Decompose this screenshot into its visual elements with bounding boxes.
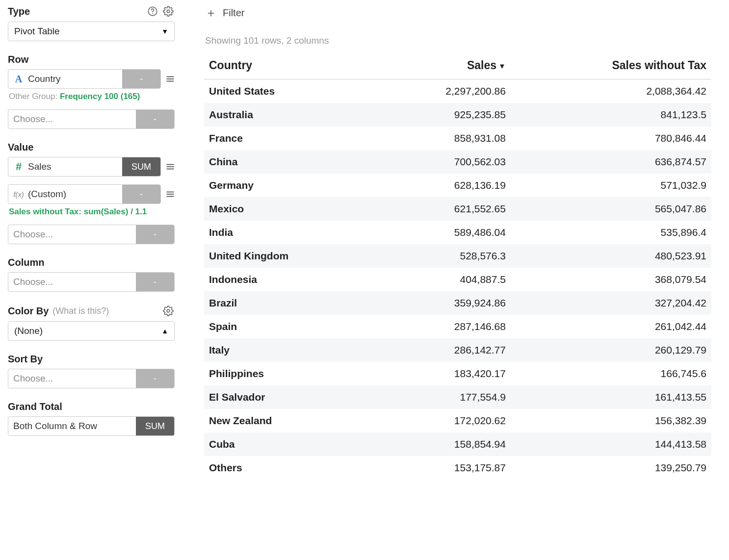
column-label: Column	[8, 257, 175, 268]
table-row[interactable]: United Kingdom528,576.3480,523.91	[204, 244, 711, 268]
grandtotal-value: Both Column & Row	[13, 421, 97, 432]
type-select[interactable]: Pivot Table ▼	[8, 22, 175, 41]
grandtotal-agg[interactable]: SUM	[136, 417, 174, 435]
table-row[interactable]: China700,562.03636,874.57	[204, 150, 711, 174]
table-row[interactable]: Indonesia404,887.5368,079.54	[204, 268, 711, 291]
cell-sales: 287,146.68	[376, 315, 511, 338]
cell-country: Italy	[204, 338, 376, 362]
column-choose-agg[interactable]: -	[136, 273, 174, 291]
column-header-sales_no_tax[interactable]: Sales without Tax	[511, 53, 711, 79]
cell-country: Brazil	[204, 291, 376, 315]
value-field-sales: # Sales SUM	[8, 157, 175, 177]
table-header-row: CountrySales▼Sales without Tax	[204, 53, 711, 79]
function-type-icon: f(x)	[13, 190, 24, 199]
drag-handle-icon[interactable]	[161, 75, 175, 83]
cell-sales: 589,486.04	[376, 221, 511, 244]
cell-sales_no_tax: 535,896.4	[511, 221, 711, 244]
table-row[interactable]: Others153,175.87139,250.79	[204, 456, 711, 480]
gear-icon[interactable]	[162, 5, 175, 18]
cell-country: China	[204, 150, 376, 174]
table-row[interactable]: Italy286,142.77260,129.79	[204, 338, 711, 362]
column-header-country[interactable]: Country	[204, 53, 376, 79]
help-icon[interactable]	[146, 5, 159, 18]
table-row[interactable]: New Zealand172,020.62156,382.39	[204, 409, 711, 433]
column-choose-box[interactable]: Choose... -	[8, 272, 175, 292]
value-label: Value	[8, 142, 175, 153]
row-group-link[interactable]: Frequency 100 (165)	[60, 92, 140, 101]
sortby-choose-box[interactable]: Choose... -	[8, 369, 175, 388]
sortby-choose: Choose... -	[8, 369, 175, 388]
row-field-box[interactable]: A Country -	[8, 69, 161, 89]
table-row[interactable]: Mexico621,552.65565,047.86	[204, 197, 711, 221]
cell-country: United States	[204, 79, 376, 103]
cell-sales: 183,420.17	[376, 362, 511, 385]
cell-sales: 359,924.86	[376, 291, 511, 315]
table-row[interactable]: El Salvador177,554.9161,413.55	[204, 385, 711, 409]
cell-country: India	[204, 221, 376, 244]
svg-point-2	[167, 10, 170, 13]
cell-sales: 153,175.87	[376, 456, 511, 480]
column-header-sales[interactable]: Sales▼	[376, 53, 511, 79]
cell-sales_no_tax: 261,042.44	[511, 315, 711, 338]
plus-icon: ＋	[205, 7, 217, 19]
config-sidebar: Type Pivot Table ▼ Row A Country -	[8, 5, 175, 480]
filter-label: Filter	[223, 7, 244, 19]
grandtotal-label: Grand Total	[8, 401, 175, 412]
cell-sales_no_tax: 156,382.39	[511, 409, 711, 433]
value-custom-box[interactable]: f(x) (Custom) -	[8, 184, 161, 204]
cell-country: United Kingdom	[204, 244, 376, 268]
table-row[interactable]: Germany628,136.19571,032.9	[204, 174, 711, 197]
cell-country: Australia	[204, 103, 376, 127]
cell-sales_no_tax: 368,079.54	[511, 268, 711, 291]
row-choose-agg[interactable]: -	[136, 110, 174, 128]
cell-sales_no_tax: 139,250.79	[511, 456, 711, 480]
table-row[interactable]: Philippines183,420.17166,745.6	[204, 362, 711, 385]
cell-sales_no_tax: 2,088,364.42	[511, 79, 711, 103]
cell-sales_no_tax: 636,874.57	[511, 150, 711, 174]
value-choose-agg[interactable]: -	[136, 225, 174, 244]
row-choose-box[interactable]: Choose... -	[8, 109, 175, 129]
cell-country: Spain	[204, 315, 376, 338]
cell-country: Germany	[204, 174, 376, 197]
cell-country: Others	[204, 456, 376, 480]
colorby-hint[interactable]: (What is this?)	[52, 306, 109, 316]
value-custom-agg[interactable]: -	[122, 185, 160, 204]
sortby-choose-agg[interactable]: -	[136, 369, 174, 388]
value-field-box[interactable]: # Sales SUM	[8, 157, 161, 177]
type-label: Type	[8, 6, 30, 17]
status-text: Showing 101 rows, 2 columns	[204, 35, 711, 46]
row-label: Row	[8, 54, 175, 65]
row-field-agg[interactable]: -	[122, 70, 160, 88]
gear-icon[interactable]	[162, 305, 175, 317]
colorby-value: (None)	[14, 326, 43, 336]
cell-sales: 925,235.85	[376, 103, 511, 127]
cell-sales: 286,142.77	[376, 338, 511, 362]
value-formula[interactable]: Sales without Tax: sum(Sales) / 1.1	[9, 207, 175, 217]
table-row[interactable]: Cuba158,854.94144,413.58	[204, 433, 711, 456]
cell-sales_no_tax: 260,129.79	[511, 338, 711, 362]
drag-handle-icon[interactable]	[161, 162, 175, 171]
cell-sales_no_tax: 841,123.5	[511, 103, 711, 127]
drag-handle-icon[interactable]	[161, 190, 175, 199]
cell-country: Indonesia	[204, 268, 376, 291]
cell-country: Philippines	[204, 362, 376, 385]
table-row[interactable]: India589,486.04535,896.4	[204, 221, 711, 244]
cell-sales: 158,854.94	[376, 433, 511, 456]
add-filter-button[interactable]: ＋ Filter	[204, 7, 711, 19]
table-row[interactable]: France858,931.08780,846.44	[204, 127, 711, 150]
main-panel: ＋ Filter Showing 101 rows, 2 columns Cou…	[204, 5, 721, 480]
cell-sales_no_tax: 327,204.42	[511, 291, 711, 315]
cell-sales_no_tax: 166,745.6	[511, 362, 711, 385]
cell-country: France	[204, 127, 376, 150]
value-choose-box[interactable]: Choose... -	[8, 225, 175, 244]
caret-down-icon: ▼	[161, 27, 168, 35]
colorby-select[interactable]: (None) ▲	[8, 321, 175, 341]
value-field-agg[interactable]: SUM	[122, 157, 160, 176]
table-row[interactable]: Spain287,146.68261,042.44	[204, 315, 711, 338]
value-field-custom: f(x) (Custom) -	[8, 184, 175, 204]
caret-up-icon: ▲	[161, 327, 168, 335]
table-row[interactable]: Australia925,235.85841,123.5	[204, 103, 711, 127]
grandtotal-box[interactable]: Both Column & Row SUM	[8, 416, 175, 436]
table-row[interactable]: United States2,297,200.862,088,364.42	[204, 79, 711, 103]
table-row[interactable]: Brazil359,924.86327,204.42	[204, 291, 711, 315]
